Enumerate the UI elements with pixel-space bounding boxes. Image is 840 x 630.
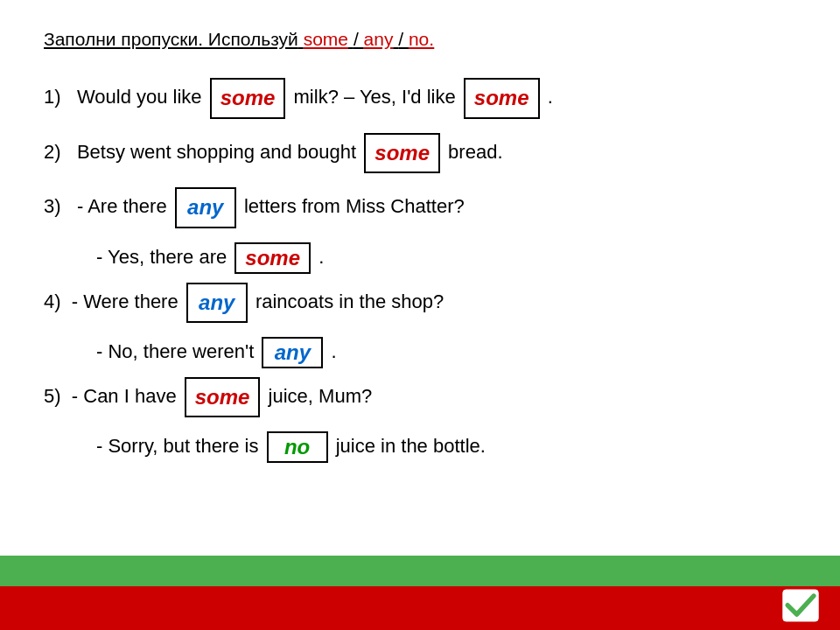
ex5-sub-answer: no bbox=[267, 431, 328, 463]
checkmark-container bbox=[779, 585, 822, 625]
green-bar bbox=[0, 556, 840, 586]
ex3-sub-answer-text: some bbox=[245, 246, 300, 270]
title-slash2: / bbox=[398, 29, 409, 49]
bottom-bars bbox=[0, 556, 840, 630]
ex1-text-middle: milk? – Yes, I'd like bbox=[294, 86, 461, 108]
exercise-3-sub: - Yes, there are some . bbox=[96, 242, 796, 274]
ex3-answer1-text: any bbox=[187, 195, 223, 219]
ex1-answer1-text: some bbox=[220, 86, 276, 109]
ex1-number: 1) bbox=[44, 86, 72, 108]
exercise-5-sub: - Sorry, but there is no juice in the bo… bbox=[96, 431, 796, 463]
ex3-text-before: - Are there bbox=[77, 195, 172, 217]
title-no: no. bbox=[409, 29, 434, 49]
ex4-sub-text-before: - No, there weren't bbox=[96, 340, 259, 362]
red-bar bbox=[0, 586, 840, 630]
ex5-text-after: juice, Mum? bbox=[269, 385, 373, 407]
exercise-2: 2) Betsy went shopping and bought some b… bbox=[44, 133, 796, 173]
ex3-sub-answer: some bbox=[234, 242, 311, 274]
ex4-sub-answer: any bbox=[262, 337, 323, 368]
ex4-sub-answer-text: any bbox=[275, 340, 311, 364]
ex2-answer1: some bbox=[364, 133, 440, 173]
ex2-text-after: bread. bbox=[448, 141, 502, 163]
ex4-sub-text-after: . bbox=[332, 340, 337, 362]
ex1-text-after: . bbox=[548, 86, 553, 108]
ex1-answer2-text: some bbox=[474, 86, 529, 109]
exercise-1: 1) Would you like some milk? – Yes, I'd … bbox=[44, 78, 796, 118]
ex5-sub-text-after: juice in the bottle. bbox=[336, 435, 486, 457]
title-some: some bbox=[304, 29, 348, 49]
ex5-sub-text-before: - Sorry, but there is bbox=[96, 435, 264, 457]
exercise-4: 4) - Were there any raincoats in the sho… bbox=[44, 283, 796, 323]
ex3-text-after: letters from Miss Chatter? bbox=[244, 195, 465, 217]
ex2-text-before: Betsy went shopping and bought bbox=[77, 141, 361, 163]
ex5-answer1: some bbox=[185, 377, 261, 417]
checkmark-icon bbox=[781, 588, 820, 623]
ex4-answer1: any bbox=[186, 283, 248, 323]
ex4-text-before: - Were there bbox=[72, 290, 184, 312]
ex1-answer2: some bbox=[464, 78, 540, 118]
ex3-sub-text-after: . bbox=[318, 245, 324, 267]
main-content: Заполни пропуски. Используй some / any /… bbox=[0, 0, 840, 489]
ex4-text-after: raincoats in the shop? bbox=[256, 290, 444, 312]
ex5-answer1-text: some bbox=[195, 385, 250, 409]
title-slash1: / bbox=[354, 29, 364, 49]
ex3-number: 3) bbox=[44, 195, 72, 217]
ex5-sub-answer-text: no bbox=[284, 435, 310, 458]
ex3-answer1: any bbox=[175, 187, 236, 228]
ex5-text-before: - Can I have bbox=[72, 385, 182, 407]
exercise-4-sub: - No, there weren't any . bbox=[96, 337, 796, 368]
ex4-answer1-text: any bbox=[199, 290, 234, 314]
title-text: Заполни пропуски. Используй bbox=[44, 29, 298, 49]
ex4-number: 4) bbox=[44, 290, 66, 312]
exercise-5: 5) - Can I have some juice, Mum? bbox=[44, 377, 796, 417]
ex5-number: 5) bbox=[44, 385, 66, 407]
ex1-answer1: some bbox=[210, 78, 286, 118]
page-title: Заполни пропуски. Используй some / any /… bbox=[44, 26, 796, 52]
ex3-sub-text-before: - Yes, there are bbox=[96, 245, 232, 267]
ex2-answer1-text: some bbox=[374, 141, 430, 164]
exercises-container: 1) Would you like some milk? – Yes, I'd … bbox=[44, 78, 796, 463]
title-any: any bbox=[364, 29, 394, 49]
ex2-number: 2) bbox=[44, 141, 72, 163]
exercise-3: 3) - Are there any letters from Miss Cha… bbox=[44, 187, 796, 228]
ex1-text-before: Would you like bbox=[77, 86, 207, 108]
